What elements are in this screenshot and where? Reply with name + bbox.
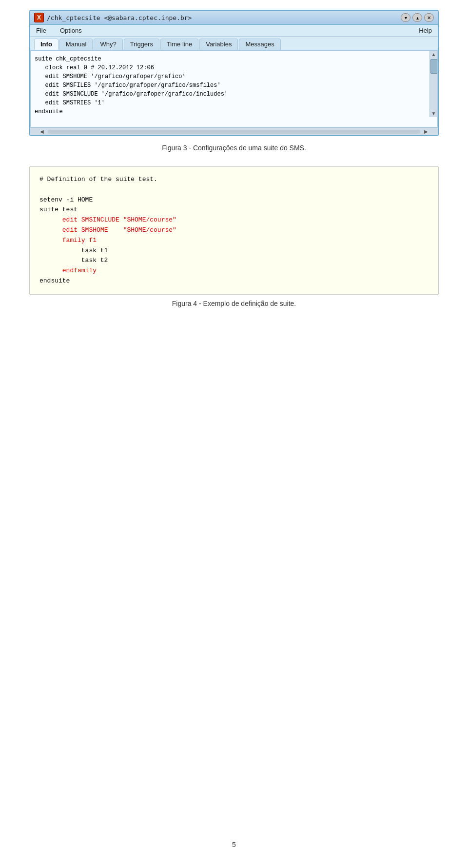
code-line-task2: task t2	[39, 256, 429, 266]
titlebar-buttons: ▾ ▴ ✕	[401, 13, 434, 22]
titlebar-left: X /chk_cptecsite <@sabara.cptec.inpe.br>	[34, 13, 192, 22]
close-button[interactable]: ✕	[424, 13, 434, 22]
code-line-smsinclude: edit SMSINCLUDE "$HOME/course"	[39, 215, 429, 225]
scroll-down-arrow[interactable]: ▼	[431, 111, 436, 116]
tab-triggers[interactable]: Triggers	[124, 39, 159, 50]
tab-why[interactable]: Why?	[94, 39, 122, 50]
titlebar: X /chk_cptecsite <@sabara.cptec.inpe.br>…	[30, 11, 438, 25]
code-block-2: # Definition of the suite test. setenv -…	[29, 166, 439, 295]
menubar: File Options Help	[30, 25, 438, 37]
scroll-left-arrow[interactable]: ◀	[38, 129, 46, 134]
window-content-area: suite chk_cptecsite clock real 0 # 20.12…	[30, 50, 438, 127]
scroll-track-horizontal[interactable]	[48, 130, 420, 134]
code-line-task1: task t1	[39, 246, 429, 256]
code-line-suite: suite test	[39, 205, 429, 215]
code-line-endfamily: endfamily	[39, 266, 429, 276]
window-widget: X /chk_cptecsite <@sabara.cptec.inpe.br>…	[29, 10, 439, 136]
code-line-smshome: edit SMSHOME "$HOME/course"	[39, 225, 429, 236]
app-icon: X	[34, 13, 44, 22]
menu-help[interactable]: Help	[417, 26, 434, 35]
tab-messages[interactable]: Messages	[239, 39, 280, 50]
code-line-blank1	[39, 185, 429, 195]
maximize-button[interactable]: ▴	[412, 13, 422, 22]
tab-info[interactable]: Info	[34, 39, 58, 50]
scrollbar-horizontal[interactable]: ◀ ▶	[30, 127, 438, 135]
page-number: 5	[0, 841, 468, 848]
tab-bar: Info Manual Why? Triggers Time line Vari…	[30, 37, 438, 50]
code-line-endsuite: endsuite	[39, 276, 429, 286]
code-line-1: # Definition of the suite test.	[39, 175, 429, 185]
scroll-thumb-vertical[interactable]	[430, 59, 437, 74]
figure4-caption: Figura 4 - Exemplo de definição de suite…	[29, 300, 439, 307]
scroll-up-arrow[interactable]: ▲	[431, 52, 436, 57]
code-line-family: family f1	[39, 236, 429, 246]
window-title: /chk_cptecsite <@sabara.cptec.inpe.br>	[47, 14, 192, 21]
tab-variables[interactable]: Variables	[199, 39, 238, 50]
code-display: suite chk_cptecsite clock real 0 # 20.12…	[35, 55, 426, 123]
tab-timeline[interactable]: Time line	[160, 39, 198, 50]
code-line-setenv: setenv -i HOME	[39, 195, 429, 205]
figure3-caption: Figura 3 - Configurações de uma suite do…	[29, 144, 439, 152]
menu-file[interactable]: File	[34, 26, 48, 35]
scrollbar-vertical[interactable]: ▲ ▼	[429, 51, 437, 117]
tab-manual[interactable]: Manual	[59, 39, 93, 50]
menu-options[interactable]: Options	[58, 26, 84, 35]
minimize-button[interactable]: ▾	[401, 13, 410, 22]
scroll-right-arrow[interactable]: ▶	[422, 129, 430, 134]
